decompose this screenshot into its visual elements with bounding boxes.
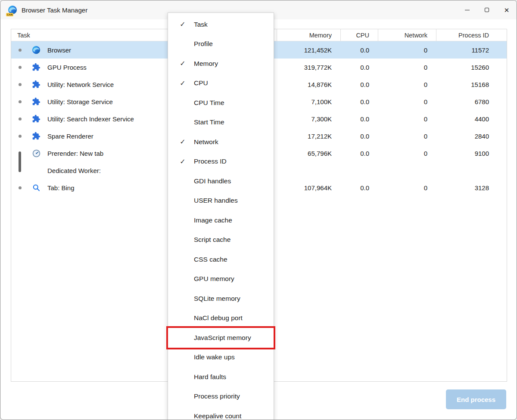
- column-menu-item[interactable]: Keepalive count: [168, 406, 274, 420]
- menu-item-label: Task: [194, 21, 208, 28]
- checkmark-icon: ✓: [177, 20, 189, 28]
- checkmark-icon: ✓: [177, 158, 189, 166]
- process-id-value: 9100: [436, 150, 508, 157]
- extension-icon: [28, 76, 44, 93]
- process-id-value: 15168: [436, 81, 508, 88]
- column-menu-item[interactable]: Hard faults: [168, 367, 274, 387]
- column-menu-item[interactable]: Profile: [168, 34, 274, 54]
- menu-item-label: GDI handles: [194, 177, 231, 185]
- menu-item-label: Keepalive count: [194, 412, 241, 420]
- minimize-button[interactable]: [457, 0, 477, 19]
- memory-value: 14,876K: [277, 81, 340, 88]
- menu-item-label: Process ID: [194, 158, 227, 165]
- close-icon: [504, 7, 510, 13]
- column-menu-item[interactable]: Process priority: [168, 387, 274, 407]
- extension-icon: [28, 110, 44, 127]
- column-menu-item[interactable]: Idle wake ups: [168, 348, 274, 368]
- none-icon: [28, 162, 44, 179]
- menu-item-label: Profile: [194, 40, 213, 48]
- process-id-value: 4400: [436, 115, 508, 123]
- menu-item-label: Start Time: [194, 118, 224, 126]
- network-value: 0: [378, 98, 436, 105]
- row-status-marker: [11, 162, 28, 179]
- minimize-icon: [465, 10, 470, 10]
- checkmark-icon: ✓: [177, 138, 189, 146]
- cpu-value: 0.0: [340, 98, 378, 105]
- checkmark-icon: ✓: [177, 59, 189, 68]
- menu-item-label: Image cache: [194, 216, 232, 224]
- search-icon: [28, 179, 44, 196]
- cpu-value: 0.0: [340, 115, 378, 123]
- process-id-value: 6780: [436, 98, 508, 105]
- network-value: 0: [378, 115, 436, 123]
- process-id-value: 15260: [436, 64, 508, 71]
- row-status-marker: [11, 59, 28, 76]
- column-menu-item[interactable]: ✓ CPU: [168, 74, 274, 93]
- column-menu-item[interactable]: CSS cache: [168, 250, 274, 269]
- menu-item-label: Idle wake ups: [194, 353, 235, 361]
- network-value: 0: [378, 64, 436, 71]
- column-menu-item[interactable]: JavaScript memory: [168, 328, 274, 348]
- cpu-value: 0.0: [340, 150, 378, 157]
- column-menu-item[interactable]: ✓ Memory: [168, 54, 274, 74]
- memory-value: 319,772K: [277, 64, 340, 71]
- column-menu-item[interactable]: SQLite memory: [168, 289, 274, 309]
- cpu-value: 0.0: [340, 133, 378, 140]
- row-status-marker: [11, 110, 28, 127]
- row-status-marker: [11, 41, 28, 59]
- extension-icon: [28, 93, 44, 110]
- gauge-icon: [28, 145, 44, 162]
- column-menu-item[interactable]: GPU memory: [168, 269, 274, 289]
- column-menu-item[interactable]: ✓ Task: [168, 15, 274, 34]
- memory-value: 17,212K: [277, 133, 340, 140]
- canary-badge: CAN: [6, 13, 13, 16]
- maximize-icon: [485, 8, 489, 12]
- process-id-value: 3128: [436, 184, 508, 191]
- cpu-value: 0.0: [340, 46, 378, 54]
- column-header-memory[interactable]: Memory: [277, 29, 340, 41]
- column-menu-item[interactable]: NaCl debug port: [168, 309, 274, 328]
- memory-value: 107,964K: [277, 184, 340, 191]
- row-status-marker: [11, 76, 28, 93]
- network-value: 0: [378, 184, 436, 191]
- menu-item-label: Memory: [194, 60, 218, 68]
- memory-value: 7,100K: [277, 98, 340, 105]
- column-menu-item[interactable]: Script cache: [168, 230, 274, 250]
- column-header-cpu[interactable]: CPU: [340, 29, 378, 41]
- memory-value: 65,796K: [277, 150, 340, 157]
- menu-item-label: GPU memory: [194, 275, 234, 283]
- process-id-value: 11572: [436, 46, 508, 54]
- column-menu-item[interactable]: Image cache: [168, 210, 274, 230]
- menu-item-label: CSS cache: [194, 256, 227, 263]
- menu-item-label: CPU: [194, 79, 208, 87]
- menu-item-label: Hard faults: [194, 373, 226, 381]
- column-menu-item[interactable]: Start Time: [168, 113, 274, 133]
- network-value: 0: [378, 81, 436, 88]
- menu-item-label: NaCl debug port: [194, 314, 243, 322]
- app-logo-icon: CAN: [7, 5, 18, 15]
- browser-task-manager-window: CAN Browser Task Manager Task Memory CPU…: [0, 0, 517, 420]
- column-menu-item[interactable]: CPU Time: [168, 93, 274, 113]
- cpu-value: 0.0: [340, 184, 378, 191]
- column-menu-item[interactable]: ✓ Network: [168, 132, 274, 152]
- memory-value: 121,452K: [277, 46, 340, 54]
- menu-item-label: SQLite memory: [194, 295, 240, 303]
- column-options-menu: ✓ Task Profile ✓ Memory ✓ CPU CPU Time S…: [168, 12, 274, 420]
- close-button[interactable]: [497, 0, 517, 19]
- edge-logo-icon: [28, 41, 44, 59]
- network-value: 0: [378, 133, 436, 140]
- menu-item-label: Network: [194, 138, 218, 146]
- column-menu-item[interactable]: GDI handles: [168, 171, 274, 191]
- column-menu-item[interactable]: USER handles: [168, 191, 274, 211]
- row-status-marker: [11, 179, 28, 196]
- column-menu-item[interactable]: ✓ Process ID: [168, 152, 274, 172]
- row-status-marker: [11, 93, 28, 110]
- process-id-value: 2840: [436, 133, 508, 140]
- maximize-button[interactable]: [477, 0, 497, 19]
- end-process-button[interactable]: End process: [446, 389, 506, 409]
- window-controls: [457, 0, 517, 19]
- network-value: 0: [378, 46, 436, 54]
- row-status-marker: [11, 145, 28, 162]
- column-header-process-id[interactable]: Process ID: [436, 29, 508, 41]
- column-header-network[interactable]: Network: [378, 29, 436, 41]
